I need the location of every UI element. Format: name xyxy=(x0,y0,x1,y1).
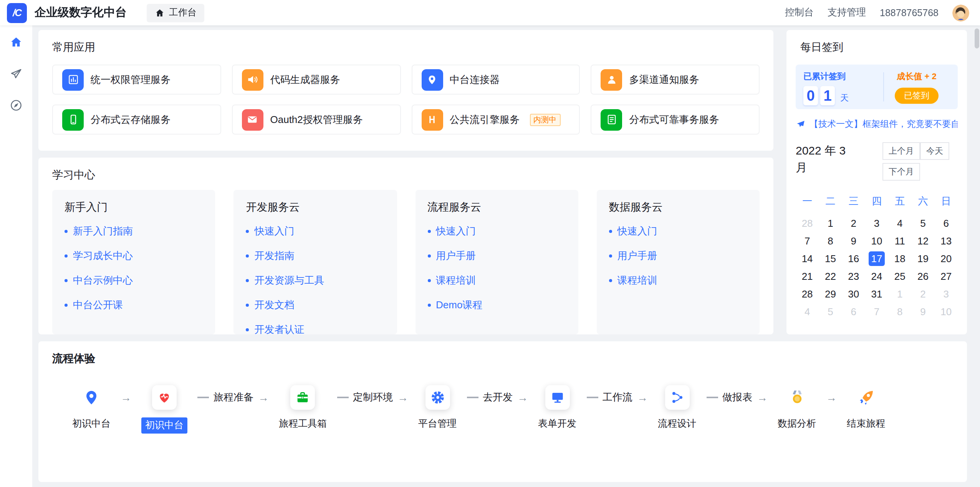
calendar-day[interactable]: 6 xyxy=(935,216,958,231)
connector-line xyxy=(467,397,478,398)
learning-link[interactable]: 开发指南 xyxy=(246,249,385,263)
calendar-day[interactable]: 24 xyxy=(865,269,888,284)
calendar-day[interactable]: 11 xyxy=(888,234,911,248)
bullet-dot-icon xyxy=(246,230,249,233)
learning-link[interactable]: 用户手册 xyxy=(427,249,566,263)
calendar-day[interactable]: 3 xyxy=(865,216,888,231)
calendar-day[interactable]: 19 xyxy=(911,251,934,266)
learning-link[interactable]: Demo课程 xyxy=(427,298,566,312)
calendar-day[interactable]: 9 xyxy=(842,234,865,248)
header-link[interactable]: 支持管理 xyxy=(828,6,866,19)
app-tile[interactable]: Oauth2授权管理服务 xyxy=(232,105,401,135)
app-tile[interactable]: 统一权限管理服务 xyxy=(52,65,221,95)
calendar-day[interactable]: 6 xyxy=(842,304,865,319)
learning-link[interactable]: 快速入门 xyxy=(427,224,566,238)
sidebar-item-compass[interactable] xyxy=(7,96,25,115)
calendar-day[interactable]: 17 xyxy=(865,251,888,266)
calendar-day[interactable]: 10 xyxy=(935,304,958,319)
journey-step[interactable]: 初识中台 xyxy=(72,384,111,430)
scrollbar-thumb[interactable] xyxy=(975,28,979,48)
app-tile[interactable]: 代码生成器服务 xyxy=(232,65,401,95)
calendar-day[interactable]: 4 xyxy=(796,304,819,319)
header-link[interactable]: 控制台 xyxy=(785,6,814,19)
sidebar-item-home[interactable] xyxy=(7,33,25,52)
journey-step-label: 流程设计 xyxy=(658,417,696,430)
calendar-day[interactable]: 21 xyxy=(796,269,819,284)
article-link-text: 【技术一文】框架组件，究竟要不要自研? xyxy=(809,118,958,130)
weekday-label: 日 xyxy=(935,194,958,208)
signed-in-button[interactable]: 已签到 xyxy=(895,88,939,104)
learning-link[interactable]: 新手入门指南 xyxy=(65,224,203,238)
journey-step[interactable]: 初识中台 xyxy=(141,384,187,434)
journey-step[interactable]: 表单开发 xyxy=(538,384,576,430)
calendar-day[interactable]: 25 xyxy=(888,269,911,284)
calendar-day[interactable]: 26 xyxy=(911,269,934,284)
learning-link[interactable]: 快速入门 xyxy=(246,224,385,238)
calendar-day[interactable]: 28 xyxy=(796,216,819,231)
learning-link[interactable]: 课程培训 xyxy=(427,274,566,288)
calendar-day[interactable]: 5 xyxy=(819,304,842,319)
calendar-day[interactable]: 1 xyxy=(888,287,911,301)
calendar-day[interactable]: 13 xyxy=(935,234,958,248)
prev-month-button[interactable]: 上个月 xyxy=(882,142,920,160)
calendar-day[interactable]: 28 xyxy=(796,287,819,301)
learning-link[interactable]: 中台示例中心 xyxy=(65,274,203,288)
header-link[interactable]: 18878765768 xyxy=(880,7,939,18)
calendar-day[interactable]: 5 xyxy=(911,216,934,231)
learning-link[interactable]: 学习成长中心 xyxy=(65,249,203,263)
calendar-day[interactable]: 10 xyxy=(865,234,888,248)
calendar-day[interactable]: 9 xyxy=(911,304,934,319)
calendar-day[interactable]: 12 xyxy=(911,234,934,248)
next-month-button[interactable]: 下个月 xyxy=(882,163,920,181)
learning-link[interactable]: 开发资源与工具 xyxy=(246,274,385,288)
calendar-day[interactable]: 31 xyxy=(865,287,888,301)
calendar-day[interactable]: 23 xyxy=(842,269,865,284)
learning-link[interactable]: 开发文档 xyxy=(246,298,385,312)
journey-connector: → xyxy=(826,384,837,411)
calendar-day[interactable]: 30 xyxy=(842,287,865,301)
calendar-day[interactable]: 20 xyxy=(935,251,958,266)
calendar-day[interactable]: 2 xyxy=(911,287,934,301)
app-tile[interactable]: 中台连接器 xyxy=(411,65,580,95)
journey-step[interactable]: 数据分析 xyxy=(778,384,816,430)
calendar-day[interactable]: 22 xyxy=(819,269,842,284)
calendar-day[interactable]: 1 xyxy=(819,216,842,231)
user-avatar[interactable] xyxy=(952,4,969,21)
app-title: 企业级数字化中台 xyxy=(35,5,127,20)
calendar-day[interactable]: 8 xyxy=(819,234,842,248)
app-tile[interactable]: 多渠道通知服务 xyxy=(591,65,760,95)
calendar-day[interactable]: 16 xyxy=(842,251,865,266)
sidebar-item-send[interactable] xyxy=(7,65,25,83)
monitor-icon xyxy=(550,390,565,405)
connector-label: 工作流 xyxy=(603,391,632,404)
journey-step[interactable]: 结束旅程 xyxy=(847,384,885,430)
learning-link[interactable]: 中台公开课 xyxy=(65,298,203,312)
calendar-day[interactable]: 7 xyxy=(796,234,819,248)
calendar-day[interactable]: 2 xyxy=(842,216,865,231)
calendar-day[interactable]: 15 xyxy=(819,251,842,266)
calendar-day[interactable]: 7 xyxy=(865,304,888,319)
learning-link[interactable]: 用户手册 xyxy=(609,249,748,263)
calendar-day[interactable]: 3 xyxy=(935,287,958,301)
journey-step[interactable]: 平台管理 xyxy=(418,384,457,430)
article-link[interactable]: 【技术一文】框架组件，究竟要不要自研? xyxy=(796,118,958,130)
calendar-day[interactable]: 27 xyxy=(935,269,958,284)
learning-link-label: 开发者认证 xyxy=(255,323,305,337)
workbench-tab[interactable]: 工作台 xyxy=(147,3,204,22)
calendar-day[interactable]: 18 xyxy=(888,251,911,266)
journey-step[interactable]: 流程设计 xyxy=(658,384,696,430)
app-tile[interactable]: 分布式可靠事务服务 xyxy=(591,105,760,135)
app-tile[interactable]: 分布式云存储服务 xyxy=(52,105,221,135)
journey-step[interactable]: 旅程工具箱 xyxy=(279,384,327,430)
learning-link[interactable]: 快速入门 xyxy=(609,224,748,238)
calendar-month-label: 2022 年 3 月 xyxy=(796,142,851,184)
calendar-day[interactable]: 8 xyxy=(888,304,911,319)
calendar-day[interactable]: 4 xyxy=(888,216,911,231)
bullet-dot-icon xyxy=(609,279,612,282)
app-tile[interactable]: 公共流引擎服务内测中 xyxy=(411,105,580,135)
calendar-day[interactable]: 14 xyxy=(796,251,819,266)
learning-link[interactable]: 课程培训 xyxy=(609,274,748,288)
today-button[interactable]: 今天 xyxy=(920,142,949,160)
learning-link[interactable]: 开发者认证 xyxy=(246,323,385,337)
calendar-day[interactable]: 29 xyxy=(819,287,842,301)
